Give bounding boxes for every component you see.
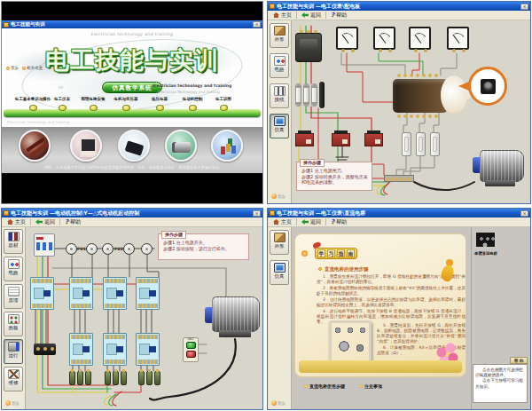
window-main-menu: 电工技能与实训 × Electrician technology and tra… bbox=[1, 1, 263, 204]
close-icon[interactable]: × bbox=[253, 21, 261, 28]
contactor bbox=[103, 277, 127, 310]
info-link[interactable]: 相关信息 bbox=[22, 66, 43, 70]
fuse bbox=[311, 83, 317, 107]
sidebar-item-circuit[interactable]: 电路 bbox=[270, 53, 289, 78]
sidebar-item-principle[interactable]: 原理 bbox=[4, 284, 23, 309]
close-icon[interactable]: × bbox=[520, 210, 528, 217]
sidebar-item-run[interactable]: 运行 bbox=[4, 339, 23, 364]
home-icon bbox=[273, 219, 279, 225]
sidebar-item-circuit[interactable]: 电路 bbox=[4, 257, 23, 281]
sidebar-item-wiring[interactable]: 接线 bbox=[270, 83, 289, 108]
menu-button-motor-control[interactable] bbox=[189, 105, 197, 111]
back-button[interactable]: 返回 bbox=[299, 12, 324, 20]
menu-item-instruments[interactable]: 电工仪表 bbox=[54, 97, 70, 101]
fuse bbox=[141, 243, 153, 255]
toolbar: 主页 返回 ?帮助 bbox=[2, 217, 262, 227]
operation-steps-box: 操作步骤 步骤1 合上电源开关。 步骤2 按动按钮，进行运行操作。 bbox=[158, 233, 249, 260]
motor-base bbox=[485, 180, 515, 186]
info-icon bbox=[22, 67, 26, 70]
music-toggle[interactable]: 音乐 bbox=[271, 400, 286, 406]
home-button[interactable]: 主页 bbox=[270, 12, 294, 20]
sidebar-item-simulation[interactable]: 仿真 bbox=[270, 114, 289, 138]
motor-base bbox=[219, 330, 251, 337]
title-bar[interactable]: 电工技能与实训 —电动机控制\Y—△式电动机起动控制 × bbox=[2, 209, 262, 217]
music-icon bbox=[271, 400, 277, 406]
product-image-meter[interactable] bbox=[70, 130, 102, 162]
menu-button-lv-apparatus[interactable] bbox=[156, 105, 164, 111]
home-button[interactable]: 主页 bbox=[4, 218, 28, 226]
contactor-label bbox=[43, 290, 51, 296]
close-icon[interactable]: × bbox=[520, 4, 528, 10]
product-image-wires[interactable] bbox=[19, 130, 51, 162]
product-image-motor[interactable] bbox=[165, 130, 197, 162]
menu-button-instruments[interactable] bbox=[59, 105, 66, 111]
link-bullet-icon bbox=[304, 384, 308, 388]
product-image-component[interactable] bbox=[118, 130, 150, 162]
stop-button[interactable] bbox=[186, 351, 196, 358]
menu-item-motors[interactable]: 电机与变压器 bbox=[114, 97, 138, 101]
link-usage-steps[interactable]: 直流电桥使用步骤 bbox=[304, 383, 345, 389]
sidebar-item-simulation[interactable]: 仿真 bbox=[270, 260, 289, 285]
back-icon bbox=[301, 219, 309, 225]
app-icon bbox=[4, 210, 9, 216]
rotary-changeover-switch[interactable] bbox=[393, 79, 448, 113]
music-toggle[interactable]: 音乐 bbox=[5, 400, 20, 406]
guide-paragraph: 2．将被测电阻用较粗的铜导线接于面板上标有“RX”的两接线柱上并拧紧，使其处于良… bbox=[317, 286, 466, 296]
back-icon bbox=[301, 12, 309, 18]
sidebar-label: 面板 bbox=[9, 325, 19, 330]
title-bar[interactable]: 电工技能与实训 × bbox=[2, 20, 262, 28]
card-bottom-strip bbox=[299, 360, 462, 373]
contactor bbox=[136, 333, 160, 366]
sidebar-item-repair[interactable]: 维修 bbox=[4, 367, 23, 391]
pushbutton-station: SB1 bbox=[183, 337, 199, 362]
sidebar-label: 运行 bbox=[9, 352, 19, 358]
sidebar-label: 器材 bbox=[9, 242, 19, 248]
thermal-relay-coil bbox=[121, 371, 127, 385]
help-label: 帮助 bbox=[336, 12, 347, 20]
help-button[interactable]: ?帮助 bbox=[328, 218, 349, 226]
home-button[interactable]: 主页 bbox=[270, 218, 294, 226]
sidebar-item-appearance[interactable]: 外形 bbox=[270, 230, 289, 255]
sidebar-item-panel[interactable]: 面板 bbox=[4, 312, 23, 336]
help-button[interactable]: ?帮助 bbox=[62, 218, 83, 226]
music-link[interactable]: 音乐 bbox=[6, 66, 19, 70]
close-icon[interactable]: × bbox=[253, 210, 261, 217]
fuse-holder-3 bbox=[430, 132, 440, 156]
window-title: 电工技能与实训 bbox=[11, 21, 251, 28]
menu-item-motor-control[interactable]: 电动机控制 bbox=[183, 97, 203, 101]
menu-item-lv-apparatus[interactable]: 低压电器 bbox=[152, 97, 168, 101]
music-toggle[interactable]: 音乐 bbox=[271, 194, 286, 199]
menu-button-lighting[interactable] bbox=[90, 105, 98, 111]
back-button[interactable]: 返回 bbox=[299, 218, 324, 226]
wiring-icon bbox=[274, 86, 286, 96]
product-image-parts[interactable] bbox=[211, 130, 243, 162]
sim-canvas: FU1 FU2 SB1 bbox=[26, 227, 262, 409]
motor-body bbox=[480, 150, 524, 182]
help-button[interactable]: ?帮助 bbox=[328, 12, 349, 20]
device-thumbnail[interactable] bbox=[474, 231, 497, 249]
circuit-breaker[interactable] bbox=[295, 33, 322, 62]
link-precautions[interactable]: 注意事项 bbox=[359, 383, 382, 389]
breaker-toggles[interactable] bbox=[36, 242, 52, 250]
guide-paragraph: 3．估计待测电阻阻值，以便选择合适的比较臂与比率臂。选择比率臂时，最好能使比较臂… bbox=[317, 297, 466, 308]
switch-knob-icon[interactable] bbox=[481, 79, 496, 94]
menu-button-basics[interactable] bbox=[29, 105, 37, 111]
sidebar-label: 原理 bbox=[9, 297, 19, 303]
title-bar[interactable]: 电工技能与实训 —电工仪表\直流电桥 × bbox=[268, 209, 530, 217]
title-bar[interactable]: 电工技能与实训 —电工仪表\配电板 × bbox=[268, 2, 530, 11]
sidebar-item-equipment[interactable]: 器材 bbox=[4, 229, 23, 254]
menu-button-motors[interactable] bbox=[122, 105, 130, 111]
start-button[interactable] bbox=[186, 342, 196, 349]
guide-title-char: 南 bbox=[347, 249, 355, 257]
menu-item-diagrams[interactable]: 电工识图 bbox=[215, 97, 231, 101]
sidebar-item-appearance[interactable]: 外形 bbox=[270, 23, 289, 48]
menu-button-diagrams[interactable] bbox=[220, 105, 228, 111]
menu-item-basics[interactable]: 电工基本常识与操作 bbox=[15, 97, 51, 101]
menu-item-lighting[interactable]: 照明电路安装 bbox=[82, 97, 106, 101]
back-button[interactable]: 返回 bbox=[33, 218, 58, 226]
operation-steps-box: 操作步骤 步骤1 合上电源闸刀。 步骤2 按动转换开关，观察电压表 和电流表的读… bbox=[296, 162, 372, 191]
app-icon bbox=[270, 210, 275, 216]
back-icon bbox=[35, 219, 43, 225]
circuit-breaker[interactable] bbox=[34, 233, 55, 257]
thermal-relay-coil bbox=[154, 371, 160, 385]
